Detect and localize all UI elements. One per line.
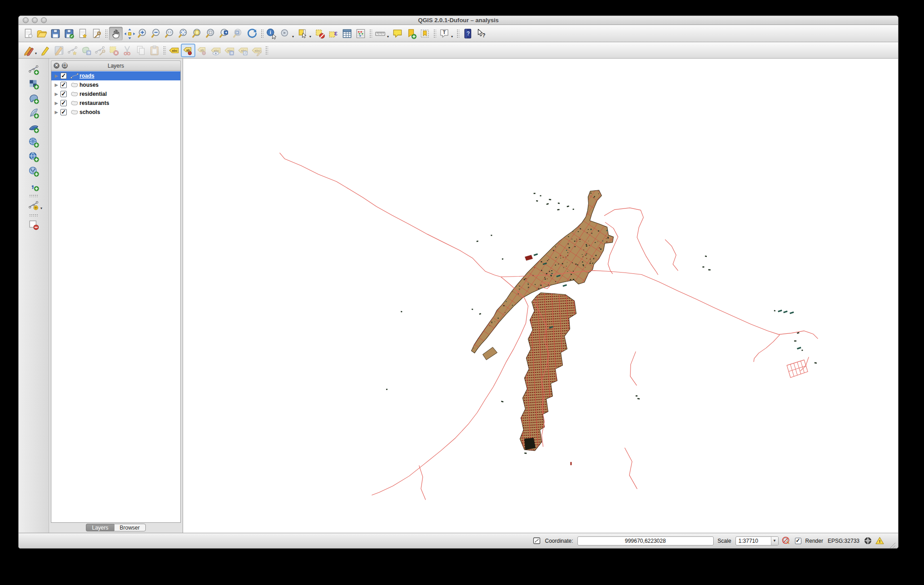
node-tool-button[interactable] <box>93 44 107 57</box>
expand-triangle-icon[interactable]: ▶ <box>53 101 60 105</box>
copy-features-button[interactable] <box>134 44 148 57</box>
render-checkbox[interactable]: ✓ <box>795 538 801 544</box>
add-mssql-layer-button[interactable] <box>27 121 40 134</box>
resize-grip[interactable] <box>889 542 895 548</box>
render-label: Render <box>805 538 823 544</box>
bookmark-new-button[interactable] <box>404 27 418 40</box>
zoom-out-button[interactable] <box>150 27 164 40</box>
layer-row-houses[interactable]: ▶✓houses <box>51 80 180 89</box>
label-visibility-button[interactable]: abc <box>209 44 223 57</box>
zoom-window-button[interactable] <box>41 17 47 23</box>
crs-status-icon[interactable] <box>863 536 872 545</box>
layer-visibility-checkbox[interactable]: ✓ <box>60 82 67 88</box>
file-new-button[interactable] <box>21 27 35 40</box>
label-rotate-button[interactable]: abc <box>236 44 250 57</box>
layer-row-residential[interactable]: ▶✓residential <box>51 89 180 99</box>
add-spatialite-layer-button[interactable] <box>27 106 40 120</box>
refresh-button[interactable] <box>245 27 259 40</box>
composer-manager-button[interactable] <box>89 27 103 40</box>
select-expression-button[interactable]: ε <box>327 27 340 40</box>
label-move-button[interactable]: abc <box>223 44 236 57</box>
chevron-down-icon[interactable]: ▾ <box>309 35 311 39</box>
title-bar[interactable]: QGIS 2.0.1-Dufour – analysis <box>19 16 898 25</box>
polygon-geometry-icon <box>70 82 79 88</box>
layer-row-schools[interactable]: ▶✓schools <box>51 108 180 117</box>
polygon-geometry-icon <box>70 100 79 106</box>
cut-features-button[interactable] <box>120 44 134 57</box>
composer-new-button[interactable] <box>76 27 89 40</box>
toggle-editing-button[interactable] <box>39 44 52 57</box>
whats-this-button[interactable]: ? <box>474 27 488 40</box>
log-messages-icon[interactable]: ! <box>875 536 884 545</box>
add-wms-layer-button[interactable] <box>27 135 40 149</box>
chevron-down-icon[interactable]: ▾ <box>292 35 294 39</box>
feature-action-button[interactable]: ▾ <box>278 27 292 40</box>
deselect-all-button[interactable] <box>313 27 327 40</box>
paste-features-button[interactable] <box>148 44 161 57</box>
layer-visibility-checkbox[interactable]: ✓ <box>60 109 67 115</box>
expand-triangle-icon[interactable]: ▶ <box>53 74 60 78</box>
zoom-selection-button[interactable] <box>191 27 204 40</box>
zoom-native-button[interactable]: 1:1 <box>164 27 177 40</box>
add-delimited-text-layer-button[interactable]: , <box>27 179 40 193</box>
bookmark-show-button[interactable] <box>418 27 432 40</box>
tab-browser[interactable]: Browser <box>114 524 146 531</box>
zoom-last-button[interactable] <box>218 27 232 40</box>
add-wfs-layer-button[interactable] <box>27 164 40 178</box>
expand-triangle-icon[interactable]: ▶ <box>53 92 60 96</box>
chevron-down-icon[interactable]: ▾ <box>40 206 42 210</box>
attribute-table-button[interactable] <box>340 27 354 40</box>
minimize-window-button[interactable] <box>32 17 38 23</box>
expand-triangle-icon[interactable]: ▶ <box>53 110 60 114</box>
add-postgis-layer-button[interactable] <box>27 92 40 105</box>
stop-render-icon[interactable] <box>782 536 791 545</box>
save-as-button[interactable] <box>62 27 76 40</box>
zoom-in-button[interactable] <box>136 27 150 40</box>
zoom-layer-button[interactable] <box>204 27 218 40</box>
help-contents-button[interactable]: ? <box>461 27 474 40</box>
close-window-button[interactable] <box>23 17 29 23</box>
folder-open-button[interactable] <box>35 27 49 40</box>
chevron-down-icon[interactable]: ▾ <box>387 35 389 39</box>
remove-layer-button[interactable] <box>27 218 40 232</box>
move-feature-button[interactable] <box>79 44 93 57</box>
chevron-down-icon[interactable]: ▾ <box>35 51 37 55</box>
zoom-next-button[interactable] <box>232 27 245 40</box>
measure-button[interactable]: ▾ <box>373 27 387 40</box>
pan-hand-button[interactable] <box>109 27 123 40</box>
map-canvas[interactable] <box>183 59 898 533</box>
current-edits-button[interactable]: ▾ <box>21 44 35 57</box>
pan-selection-button[interactable] <box>123 27 136 40</box>
layers-panel-header: ✕ ❐ Layers <box>51 60 181 70</box>
save-button[interactable] <box>49 27 62 40</box>
label-pin-button[interactable]: ab <box>181 44 195 57</box>
field-calculator-button[interactable] <box>354 27 368 40</box>
save-edits-button[interactable] <box>52 44 66 57</box>
layer-visibility-checkbox[interactable]: ✓ <box>60 100 67 106</box>
layer-visibility-checkbox[interactable]: ✓ <box>60 91 67 97</box>
delete-selected-button[interactable] <box>107 44 120 57</box>
new-shapefile-layer-button[interactable]: ▾ <box>27 198 40 212</box>
expand-triangle-icon[interactable]: ▶ <box>53 83 60 87</box>
chevron-down-icon[interactable]: ▼ <box>771 537 778 545</box>
zoom-full-button[interactable] <box>177 27 191 40</box>
label-properties-button[interactable]: abc <box>250 44 263 57</box>
mouse-position-icon[interactable] <box>532 536 541 545</box>
labeling-button[interactable]: abc <box>167 44 181 57</box>
add-feature-button[interactable] <box>66 44 79 57</box>
layer-row-restaurants[interactable]: ▶✓restaurants <box>51 99 180 108</box>
chevron-down-icon[interactable]: ▾ <box>451 35 453 39</box>
layer-row-roads[interactable]: ▶✓roads <box>51 71 180 80</box>
add-vector-layer-button[interactable] <box>27 63 40 76</box>
label-pin-toggle-button[interactable]: ab <box>195 44 209 57</box>
text-annotation-button[interactable]: T▾ <box>437 27 451 40</box>
scale-combo[interactable]: 1:37710 ▼ <box>735 536 779 545</box>
add-raster-layer-button[interactable] <box>27 77 40 91</box>
add-wcs-layer-button[interactable] <box>27 150 40 164</box>
layer-visibility-checkbox[interactable]: ✓ <box>60 73 67 79</box>
coordinate-input[interactable]: 999670,6223028 <box>577 536 714 545</box>
map-tips-button[interactable] <box>391 27 404 40</box>
tab-layers[interactable]: Layers <box>86 524 114 531</box>
select-features-button[interactable]: ▾ <box>296 27 309 40</box>
identify-button[interactable]: i <box>265 27 278 40</box>
